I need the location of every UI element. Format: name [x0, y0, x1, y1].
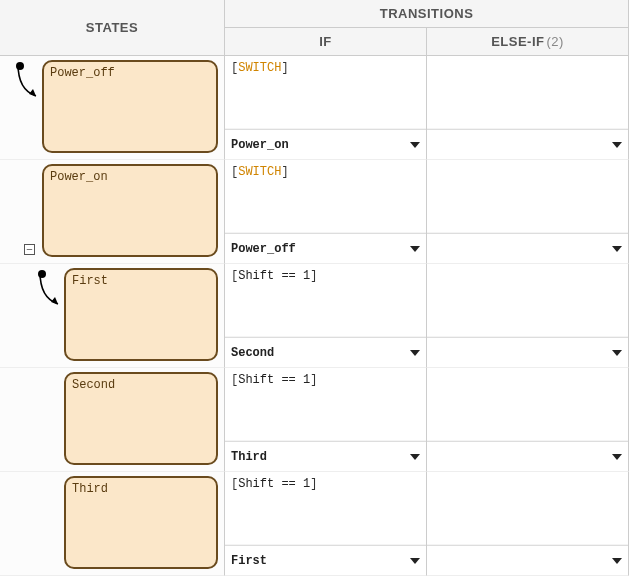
elseif-cell[interactable]	[427, 368, 629, 472]
elseif-target-dropdown[interactable]	[427, 545, 628, 575]
chevron-down-icon	[410, 454, 420, 460]
state-box[interactable]: Second	[64, 372, 218, 465]
if-condition[interactable]: [Shift == 1]	[225, 264, 426, 337]
if-condition[interactable]: [SWITCH]	[225, 56, 426, 129]
if-condition[interactable]: [SWITCH]	[225, 160, 426, 233]
if-target-label: Power_on	[231, 138, 289, 152]
header-elseif-label: ELSE-IF	[491, 34, 544, 49]
elseif-condition[interactable]	[427, 472, 628, 545]
state-box[interactable]: First	[64, 268, 218, 361]
elseif-cell[interactable]	[427, 56, 629, 160]
elseif-cell[interactable]	[427, 264, 629, 368]
if-condition[interactable]: [Shift == 1]	[225, 368, 426, 441]
header-elseif-count: (2)	[546, 34, 563, 49]
chevron-down-icon	[612, 454, 622, 460]
header-elseif[interactable]: ELSE-IF(2)	[427, 28, 629, 56]
if-target-dropdown[interactable]: First	[225, 545, 426, 575]
if-cell[interactable]: [Shift == 1]First	[225, 472, 427, 576]
if-target-label: Second	[231, 346, 274, 360]
chevron-down-icon	[612, 246, 622, 252]
header-states: STATES	[0, 0, 225, 56]
state-box[interactable]: Third	[64, 476, 218, 569]
elseif-target-dropdown[interactable]	[427, 441, 628, 471]
elseif-target-dropdown[interactable]	[427, 233, 628, 263]
elseif-cell[interactable]	[427, 160, 629, 264]
header-transitions: TRANSITIONS	[225, 0, 629, 28]
if-target-dropdown[interactable]: Power_on	[225, 129, 426, 159]
state-box[interactable]: Power_on	[42, 164, 218, 257]
chevron-down-icon	[410, 558, 420, 564]
initial-state-dot	[38, 270, 46, 278]
if-target-dropdown[interactable]: Second	[225, 337, 426, 367]
elseif-condition[interactable]	[427, 56, 628, 129]
initial-state-dot	[16, 62, 24, 70]
state-cell[interactable]: Second	[0, 368, 225, 472]
elseif-condition[interactable]	[427, 264, 628, 337]
collapse-toggle[interactable]: –	[24, 244, 35, 255]
if-condition[interactable]: [Shift == 1]	[225, 472, 426, 545]
header-if[interactable]: IF	[225, 28, 427, 56]
if-cell[interactable]: [Shift == 1]Second	[225, 264, 427, 368]
if-cell[interactable]: [Shift == 1]Third	[225, 368, 427, 472]
state-box[interactable]: Power_off	[42, 60, 218, 153]
elseif-condition[interactable]	[427, 368, 628, 441]
chevron-down-icon	[410, 142, 420, 148]
state-cell[interactable]: First	[0, 264, 225, 368]
if-target-label: First	[231, 554, 267, 568]
if-cell[interactable]: [SWITCH]Power_off	[225, 160, 427, 264]
chevron-down-icon	[410, 350, 420, 356]
elseif-condition[interactable]	[427, 160, 628, 233]
chevron-down-icon	[612, 142, 622, 148]
if-target-label: Third	[231, 450, 267, 464]
if-target-label: Power_off	[231, 242, 296, 256]
chevron-down-icon	[612, 350, 622, 356]
state-cell[interactable]: Power_off	[0, 56, 225, 160]
elseif-cell[interactable]	[427, 472, 629, 576]
elseif-target-dropdown[interactable]	[427, 129, 628, 159]
if-cell[interactable]: [SWITCH]Power_on	[225, 56, 427, 160]
if-target-dropdown[interactable]: Power_off	[225, 233, 426, 263]
state-cell[interactable]: Third	[0, 472, 225, 576]
if-target-dropdown[interactable]: Third	[225, 441, 426, 471]
state-cell[interactable]: Power_on–	[0, 160, 225, 264]
chevron-down-icon	[410, 246, 420, 252]
elseif-target-dropdown[interactable]	[427, 337, 628, 367]
chevron-down-icon	[612, 558, 622, 564]
